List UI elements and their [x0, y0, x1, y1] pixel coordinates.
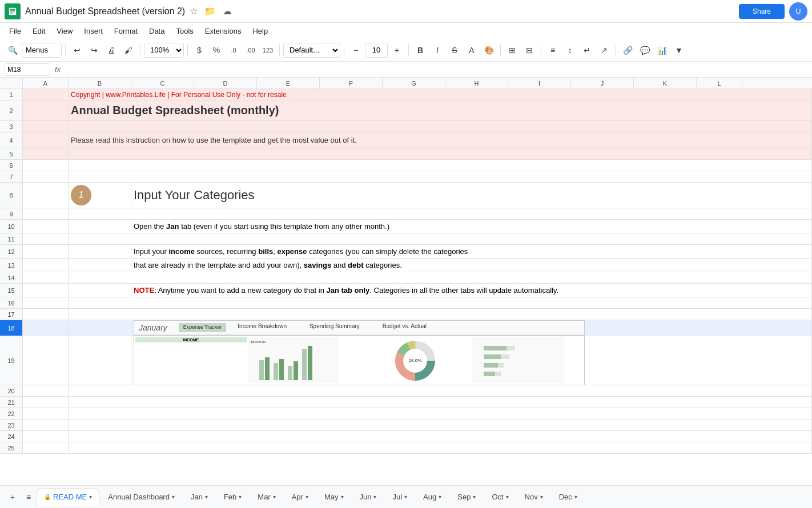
- tab-mar[interactable]: Mar ▾: [250, 488, 283, 506]
- folder-icon[interactable]: 📁: [204, 6, 216, 17]
- cell-a5[interactable]: [23, 148, 69, 159]
- cell-a7[interactable]: [23, 171, 69, 182]
- cell-a24[interactable]: [23, 431, 69, 442]
- cell-b4-span[interactable]: Please read this instruction on how to u…: [69, 132, 812, 148]
- cell-c10-span[interactable]: Open the Jan tab (even if you start usin…: [131, 220, 812, 233]
- font-family-select[interactable]: Default...: [283, 43, 340, 58]
- formula-input[interactable]: [65, 63, 807, 76]
- print-button[interactable]: 🖨: [103, 42, 119, 58]
- cell-span-23[interactable]: [69, 420, 812, 430]
- cloud-icon[interactable]: ☁: [223, 6, 232, 17]
- menu-view[interactable]: View: [52, 26, 77, 37]
- currency-button[interactable]: $: [191, 42, 207, 58]
- col-header-c[interactable]: C: [131, 78, 194, 88]
- cell-c18-span[interactable]: January Expense Tracker Income Breakdown…: [131, 320, 812, 336]
- col-header-k[interactable]: K: [634, 78, 697, 88]
- cell-a21[interactable]: [23, 397, 69, 408]
- cell-a22[interactable]: [23, 408, 69, 419]
- search-menus-input[interactable]: [22, 43, 62, 58]
- star-icon[interactable]: ☆: [190, 6, 198, 17]
- cell-a17[interactable]: [23, 309, 69, 320]
- cell-span-21[interactable]: [69, 397, 812, 408]
- menu-extensions[interactable]: Extensions: [200, 26, 246, 37]
- cell-b14-span[interactable]: [69, 272, 812, 283]
- col-header-f[interactable]: F: [320, 78, 383, 88]
- strikethrough-button[interactable]: S: [447, 42, 463, 58]
- cell-a16[interactable]: [23, 297, 69, 308]
- font-size-decrease-button[interactable]: −: [348, 42, 364, 58]
- decimal-increase-button[interactable]: .00: [243, 42, 259, 58]
- cell-b17-span[interactable]: [69, 309, 812, 320]
- tab-jun[interactable]: Jun ▾: [352, 488, 384, 506]
- cell-b2-span[interactable]: Annual Budget Spreadsheet (monthly): [69, 100, 812, 120]
- cell-span-22[interactable]: [69, 408, 812, 419]
- add-sheet-button[interactable]: +: [5, 489, 21, 505]
- insert-chart-button[interactable]: 📊: [654, 42, 670, 58]
- col-header-j[interactable]: J: [571, 78, 634, 88]
- tab-may[interactable]: May ▾: [317, 488, 351, 506]
- cell-a19[interactable]: [23, 336, 69, 385]
- bold-button[interactable]: B: [412, 42, 428, 58]
- cell-a18[interactable]: [23, 320, 69, 336]
- wrap-text-button[interactable]: ↵: [579, 42, 595, 58]
- cell-c12-span[interactable]: Input your income sources, recurring bil…: [131, 245, 812, 258]
- tab-read-me[interactable]: 🔒 READ ME ▾: [37, 488, 99, 506]
- fill-color-button[interactable]: 🎨: [481, 42, 497, 58]
- cell-span-20[interactable]: [69, 385, 812, 396]
- font-size-input[interactable]: [365, 43, 388, 58]
- cell-a11[interactable]: [23, 233, 69, 244]
- cell-b15[interactable]: [69, 284, 131, 297]
- menu-file[interactable]: File: [5, 26, 26, 37]
- cell-b3-span[interactable]: [69, 121, 812, 132]
- italic-button[interactable]: I: [429, 42, 445, 58]
- cell-a20[interactable]: [23, 385, 69, 396]
- cell-b6-span[interactable]: [69, 160, 812, 171]
- menu-insert[interactable]: Insert: [79, 26, 107, 37]
- tab-oct[interactable]: Oct ▾: [484, 488, 516, 506]
- zoom-select[interactable]: 100%: [144, 43, 184, 58]
- tab-jan[interactable]: Jan ▾: [183, 488, 215, 506]
- text-rotation-button[interactable]: ↗: [596, 42, 612, 58]
- tab-apr[interactable]: Apr ▾: [284, 488, 316, 506]
- cell-b10[interactable]: [69, 220, 131, 233]
- cell-a2[interactable]: [23, 100, 69, 120]
- cell-c19-span[interactable]: INCOME $8,000.00: [131, 336, 812, 385]
- cell-reference-input[interactable]: [5, 63, 50, 76]
- cell-a4[interactable]: [23, 132, 69, 148]
- cell-span-25[interactable]: [69, 442, 812, 453]
- cell-a23[interactable]: [23, 420, 69, 430]
- cell-c13-span[interactable]: that are already in the template and add…: [131, 259, 812, 272]
- cell-b19[interactable]: [69, 336, 131, 385]
- cell-b7-span[interactable]: [69, 171, 812, 182]
- col-header-d[interactable]: D: [194, 78, 257, 88]
- tab-feb[interactable]: Feb ▾: [216, 488, 249, 506]
- insert-comment-button[interactable]: 💬: [637, 42, 653, 58]
- cell-a15[interactable]: [23, 284, 69, 297]
- tab-annual-dashboard[interactable]: Annual Dashboard ▾: [101, 488, 182, 506]
- decimal-decrease-button[interactable]: .0: [226, 42, 242, 58]
- cell-c8-span[interactable]: Input Your Categories: [131, 183, 812, 208]
- tab-sep[interactable]: Sep ▾: [450, 488, 483, 506]
- tab-aug[interactable]: Aug ▾: [416, 488, 449, 506]
- col-header-e[interactable]: E: [257, 78, 320, 88]
- cell-a3[interactable]: [23, 121, 69, 132]
- cell-b9-span[interactable]: [69, 208, 812, 219]
- col-header-a[interactable]: A: [23, 78, 69, 88]
- menu-data[interactable]: Data: [144, 26, 169, 37]
- paint-format-button[interactable]: 🖌: [120, 42, 136, 58]
- cell-b18[interactable]: [69, 320, 131, 336]
- col-header-b[interactable]: B: [69, 78, 131, 88]
- borders-button[interactable]: ⊞: [504, 42, 520, 58]
- cell-a8[interactable]: [23, 183, 69, 208]
- redo-button[interactable]: ↪: [86, 42, 102, 58]
- cell-a1[interactable]: [23, 89, 69, 100]
- menu-tools[interactable]: Tools: [171, 26, 198, 37]
- filter-button[interactable]: ▼: [671, 42, 687, 58]
- cell-b13[interactable]: [69, 259, 131, 272]
- menu-edit[interactable]: Edit: [28, 26, 50, 37]
- undo-button[interactable]: ↩: [69, 42, 85, 58]
- insert-link-button[interactable]: 🔗: [620, 42, 636, 58]
- align-center-button[interactable]: ↕: [562, 42, 578, 58]
- search-menus-button[interactable]: 🔍: [5, 42, 21, 58]
- cell-a10[interactable]: [23, 220, 69, 233]
